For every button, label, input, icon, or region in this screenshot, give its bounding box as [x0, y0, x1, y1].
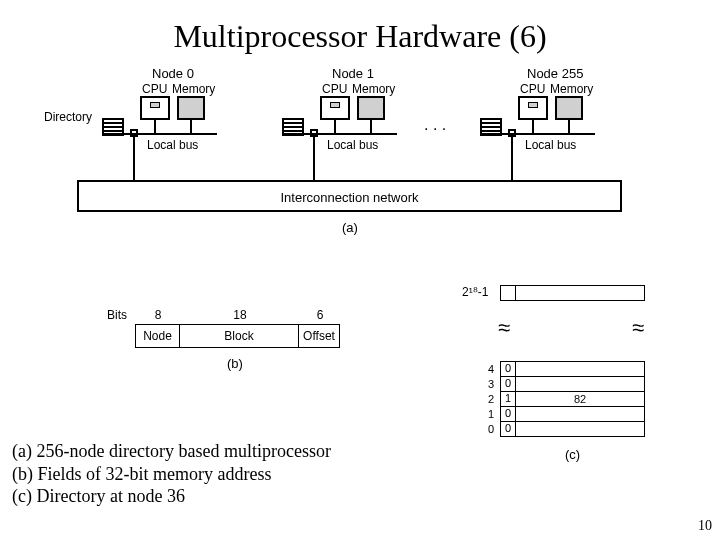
cache-icon	[528, 102, 538, 108]
vline	[334, 120, 336, 133]
local-bus-line	[480, 133, 595, 135]
caption-a: (a) 256-node directory based multiproces…	[12, 440, 331, 463]
caption-c: (c) Directory at node 36	[12, 485, 331, 508]
bits-6: 6	[315, 308, 325, 322]
node-1-cpu-label: CPU	[322, 82, 347, 96]
fig-b-label: (b)	[227, 356, 243, 371]
local-bus-label-255: Local bus	[525, 138, 576, 152]
node-0-mem-label: Memory	[172, 82, 215, 96]
vline	[370, 120, 372, 133]
node-1-cpu-box	[320, 96, 350, 120]
node-1-mem-label: Memory	[352, 82, 395, 96]
slide-title: Multiprocessor Hardware (6)	[0, 0, 720, 55]
c-row-0-flag: 0	[500, 421, 516, 437]
c-row-0-idx: 0	[480, 423, 494, 435]
c-row-2-idx: 2	[480, 393, 494, 405]
c-row-4-flag: 0	[500, 361, 516, 377]
directory-label: Directory	[44, 110, 92, 124]
vline	[154, 120, 156, 133]
interconnection-label: Interconnection network	[280, 190, 418, 205]
bits-8: 8	[153, 308, 163, 322]
node-255-cpu-box	[518, 96, 548, 120]
node-0-cpu-label: CPU	[142, 82, 167, 96]
c-top-cell-flag	[500, 285, 516, 301]
node-0-mem-box	[177, 96, 205, 120]
c-top-cell-val	[515, 285, 645, 301]
vline	[190, 120, 192, 133]
c-row-2-val: 82	[515, 391, 645, 407]
interconnection-network-box: Interconnection network	[77, 180, 622, 212]
fig-c-label: (c)	[565, 447, 580, 462]
fig-a-label: (a)	[342, 220, 358, 235]
break-icon-right: ≈	[632, 315, 644, 341]
node-255-cpu-label: CPU	[520, 82, 545, 96]
break-icon-left: ≈	[498, 315, 510, 341]
diagram-a: Node 0 CPU Memory Directory Local bus No…	[92, 68, 632, 268]
caption-b: (b) Fields of 32-bit memory address	[12, 463, 331, 486]
node-1-mem-box	[357, 96, 385, 120]
diagram-c: 2¹⁸-1 ≈ ≈ 4 0 3 0 2 1 82 1 0 0 0 (c)	[470, 285, 650, 495]
c-row-1-val	[515, 406, 645, 422]
node-255-mem-box	[555, 96, 583, 120]
ellipsis: . . .	[424, 116, 446, 134]
node-0-cpu-box	[140, 96, 170, 120]
vline	[532, 120, 534, 133]
c-row-4-idx: 4	[480, 363, 494, 375]
c-row-4-val	[515, 361, 645, 377]
local-bus-line	[282, 133, 397, 135]
c-row-3-idx: 3	[480, 378, 494, 390]
c-row-0-val	[515, 421, 645, 437]
local-bus-label-1: Local bus	[327, 138, 378, 152]
bits-label: Bits	[107, 308, 127, 322]
vline	[133, 137, 135, 182]
vline	[313, 137, 315, 182]
c-top-label: 2¹⁸-1	[462, 285, 488, 299]
field-offset: Offset	[298, 324, 340, 348]
field-block: Block	[179, 324, 299, 348]
c-row-2-flag: 1	[500, 391, 516, 407]
local-bus-line	[102, 133, 217, 135]
vline	[568, 120, 570, 133]
vline	[511, 137, 513, 182]
node-1-label: Node 1	[332, 66, 374, 81]
c-row-3-val	[515, 376, 645, 392]
field-node: Node	[135, 324, 180, 348]
caption-block: (a) 256-node directory based multiproces…	[12, 440, 331, 508]
c-row-1-flag: 0	[500, 406, 516, 422]
node-255-label: Node 255	[527, 66, 583, 81]
page-number: 10	[698, 518, 712, 534]
node-0-label: Node 0	[152, 66, 194, 81]
bits-18: 18	[230, 308, 250, 322]
c-row-3-flag: 0	[500, 376, 516, 392]
local-bus-label-0: Local bus	[147, 138, 198, 152]
c-row-1-idx: 1	[480, 408, 494, 420]
node-255-mem-label: Memory	[550, 82, 593, 96]
cache-icon	[150, 102, 160, 108]
cache-icon	[330, 102, 340, 108]
